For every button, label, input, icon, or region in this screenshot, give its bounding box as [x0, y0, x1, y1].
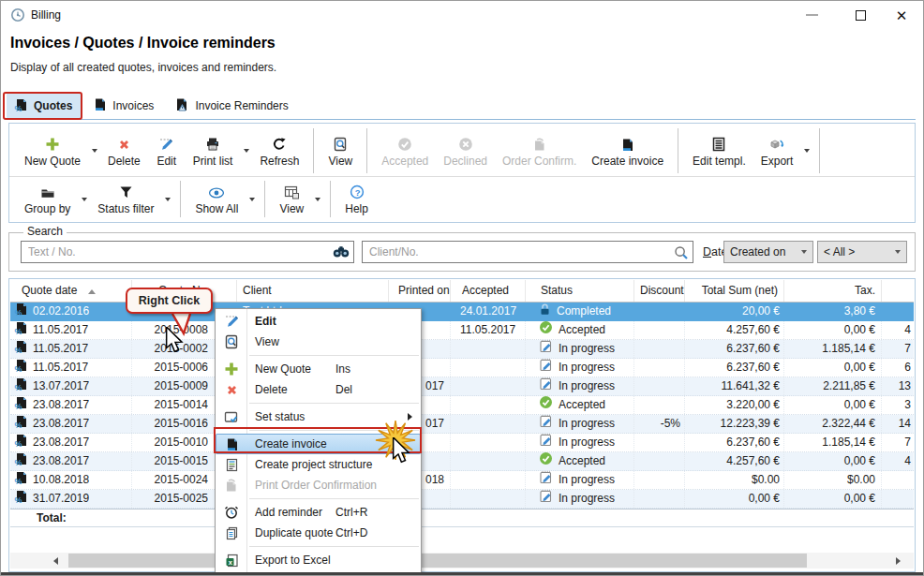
table-row[interactable]: %11.05.20172015-0006In progress6.237,60 …	[10, 359, 914, 377]
maximize-button[interactable]	[839, 1, 882, 29]
minimize-button[interactable]	[790, 1, 833, 29]
scrollbar-thumb[interactable]	[68, 554, 807, 568]
dropdown-arrow-icon[interactable]	[161, 178, 173, 220]
toolbar-separator	[180, 181, 181, 217]
edit-button[interactable]: Edit	[148, 126, 186, 176]
quote-date-cell: %23.08.2017	[10, 415, 132, 433]
show-all-button[interactable]: Show All	[187, 178, 246, 220]
grid-icon	[284, 183, 300, 199]
column-header-total-sum-net[interactable]: Total Sum (net)	[685, 280, 784, 302]
discount-cell: -5%	[634, 415, 685, 433]
in-progress-icon	[539, 359, 553, 377]
accepted-cell	[451, 377, 526, 395]
table-row[interactable]: %23.08.20172015-0016017In progress-5%12.…	[10, 415, 914, 434]
table-row[interactable]: %11.05.20172015-0002In progress6.237,60 …	[10, 340, 914, 359]
help-button[interactable]: ?Help	[337, 178, 376, 220]
column-header-extra[interactable]	[882, 280, 914, 302]
column-header-quote-date[interactable]: Quote date	[10, 280, 132, 302]
status-cell: In progress	[526, 471, 634, 489]
column-header-label: Printed on	[398, 284, 450, 297]
status-filter-button[interactable]: Status filter	[90, 178, 161, 220]
menu-item-new-quote[interactable]: New QuoteIns	[216, 359, 421, 379]
quote-date-text: 13.07.2017	[33, 377, 89, 395]
menu-item-delete[interactable]: DeleteDel	[216, 379, 421, 400]
dropdown-arrow-icon[interactable]	[78, 178, 90, 220]
column-header-status[interactable]: Status	[526, 280, 634, 302]
magnifier-icon[interactable]	[674, 245, 689, 264]
column-header-printed-on[interactable]: Printed on	[389, 280, 451, 302]
edit-templ-button[interactable]: Edit templ.	[685, 126, 753, 176]
menu-item-view[interactable]: View	[216, 332, 421, 352]
table-row[interactable]: %23.08.20172015-0010In progress6.237,60 …	[10, 434, 914, 452]
menu-item-export-to-excel[interactable]: xExport to Excel	[216, 550, 421, 570]
table-row[interactable]: %23.08.20172015-0015Accepted4.257,60 €0,…	[10, 452, 914, 471]
binoculars-icon[interactable]	[333, 245, 350, 262]
column-header-tax[interactable]: Tax.	[784, 280, 882, 302]
quote-doc-icon: %	[14, 359, 28, 377]
total-net-cell: 6.237,60 €	[685, 340, 784, 358]
new-quote-button[interactable]: New Quote	[17, 126, 88, 176]
export-button[interactable]: Export	[753, 126, 801, 176]
table-row[interactable]: %10.08.20182015-0024018In progress$0.00$…	[10, 471, 914, 490]
dropdown-arrow-icon[interactable]	[240, 126, 252, 176]
print-list-button[interactable]: Print list	[186, 126, 241, 176]
view-button[interactable]: View	[320, 126, 360, 176]
date-range-combo[interactable]: < All >	[817, 241, 907, 263]
accepted-cell: 11.05.2017	[451, 321, 526, 339]
table-row[interactable]: %13.07.20172015-0009017In progress11.641…	[10, 377, 914, 396]
svg-text:%: %	[15, 327, 22, 335]
menu-item-add-reminder[interactable]: Add reminderCtrl+R	[216, 502, 421, 523]
column-header-label: Total Sum (net)	[702, 284, 778, 297]
column-header-accepted[interactable]: Accepted	[451, 280, 526, 302]
menu-item-label: Create project structure	[255, 458, 372, 471]
menu-item-duplicate-quote[interactable]: Duplicate quoteCtrl+D	[216, 523, 421, 543]
quote-doc-icon: %	[14, 321, 28, 339]
svg-text:%: %	[15, 104, 22, 112]
folder-icon	[40, 183, 55, 199]
set-status-icon	[223, 408, 240, 425]
button-label: View	[279, 202, 304, 215]
dropdown-arrow-icon[interactable]	[800, 126, 812, 176]
button-label: Export	[761, 155, 794, 168]
create-invoice-button[interactable]: Create invoice	[584, 126, 671, 176]
table-row[interactable]: %11.05.20172015-000811.05.2017Accepted4.…	[10, 321, 914, 340]
button-label: Help	[345, 202, 368, 215]
dropdown-arrow-icon[interactable]	[246, 178, 258, 220]
check-circle-icon	[539, 396, 553, 414]
menu-item-label: Set status	[255, 410, 305, 423]
table-row[interactable]: %31.07.20192015-0025In progress0,00 €0,0…	[10, 490, 914, 509]
delete-button[interactable]: Delete	[100, 126, 148, 176]
status-cell: In progress	[526, 490, 634, 508]
button-label: Declined	[443, 155, 487, 168]
tab-label: Quotes	[34, 99, 72, 112]
discount-cell	[634, 359, 685, 377]
app-icon	[10, 7, 25, 22]
column-header-client[interactable]: Client	[237, 280, 389, 302]
scroll-right-button[interactable]	[890, 553, 906, 569]
close-button[interactable]: ✕	[880, 1, 923, 29]
status-text: Accepted	[559, 321, 605, 339]
scroll-left-button[interactable]	[48, 553, 64, 569]
button-label: Create invoice	[591, 155, 663, 168]
refresh-button[interactable]: Refresh	[252, 126, 306, 176]
group-by-button[interactable]: Group by	[17, 178, 78, 220]
horizontal-scrollbar[interactable]	[10, 553, 914, 569]
dropdown-arrow-icon[interactable]	[88, 126, 100, 176]
view-button[interactable]: View	[272, 178, 311, 220]
text-search-input[interactable]	[22, 242, 353, 262]
tab-quotes[interactable]: %Quotes	[7, 94, 82, 119]
pencil-icon	[158, 135, 174, 152]
gross-cell: 4	[882, 321, 914, 339]
dropdown-arrow-icon[interactable]	[311, 178, 323, 220]
client-search-input[interactable]	[363, 242, 693, 262]
menu-item-edit[interactable]: Edit	[216, 311, 421, 332]
tab-invoices[interactable]: Invoices	[85, 94, 163, 119]
in-progress-icon	[539, 471, 553, 489]
tab-invoice-reminders[interactable]: Invoice Reminders	[167, 94, 297, 119]
tax-cell: 1.185,14 €	[784, 434, 882, 451]
table-row[interactable]: %23.08.20172015-0014Accepted3.220,00 €0,…	[10, 396, 914, 415]
column-header-discount[interactable]: Discount	[634, 280, 685, 302]
discount-cell	[634, 471, 685, 489]
table-body: %02.02.2016Test Ltd24.01.2017Completed20…	[10, 303, 914, 509]
date-field-combo[interactable]: Created on	[723, 241, 813, 263]
